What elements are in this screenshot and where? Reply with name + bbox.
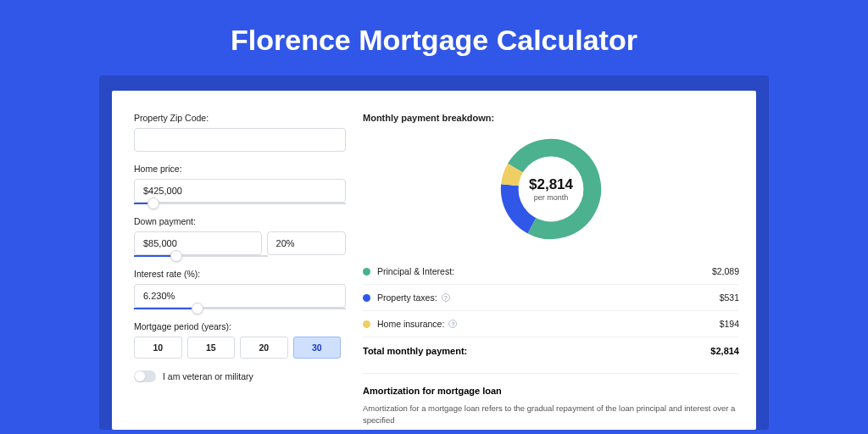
interest-slider[interactable] [134,308,346,309]
breakdown-line-item: Home insurance:?$194 [363,310,739,337]
down-payment-field: Down payment: [134,216,346,257]
donut-amount: $2,814 [529,176,573,193]
info-icon[interactable]: ? [442,293,450,302]
legend-dot [363,294,370,302]
zip-input[interactable] [134,128,346,152]
separator [363,373,739,374]
form-column: Property Zip Code: Home price: Down paym… [134,113,346,430]
donut-sub: per month [534,193,569,202]
interest-slider-thumb[interactable] [192,303,203,314]
veteran-toggle[interactable] [134,370,156,382]
home-price-slider-thumb[interactable] [147,198,159,209]
home-price-field: Home price: [134,164,346,204]
breakdown-line-item: Principal & Interest:$2,089 [363,259,739,284]
veteran-toggle-knob [135,371,145,381]
line-label-text: Property taxes: [377,292,437,303]
total-label: Total monthly payment: [363,346,710,356]
breakdown-column: Monthly payment breakdown: $2,814 per mo… [363,113,739,430]
down-payment-slider-thumb[interactable] [170,250,182,262]
total-row: Total monthly payment: $2,814 [363,337,739,364]
interest-field: Interest rate (%): [134,269,346,309]
line-value: $194 [720,319,739,329]
donut-wrap: $2,814 per month [363,135,739,243]
down-payment-slider[interactable] [134,255,268,257]
period-label: Mortgage period (years): [134,321,346,331]
amortization-title: Amortization for mortgage loan [363,386,739,396]
home-price-label: Home price: [134,164,346,174]
line-label-text: Home insurance: [377,319,444,329]
period-option-20[interactable]: 20 [240,337,288,359]
interest-input[interactable] [134,284,346,308]
zip-label: Property Zip Code: [134,113,346,123]
legend-dot [363,268,370,275]
donut-center: $2,814 per month [497,135,605,243]
down-payment-pct-input[interactable] [267,231,346,255]
total-value: $2,814 [710,346,739,356]
amortization-body: Amortization for a mortgage loan refers … [363,403,739,427]
page-title: Florence Mortgage Calculator [0,0,868,75]
amortization-block: Amortization for mortgage loan Amortizat… [363,386,739,427]
period-field: Mortgage period (years): 10152030 [134,321,346,359]
line-label: Principal & Interest: [377,266,712,276]
down-payment-amount-input[interactable] [134,231,262,255]
veteran-row: I am veteran or military [134,370,346,382]
interest-slider-fill [134,308,198,309]
breakdown-title: Monthly payment breakdown: [363,113,739,123]
veteran-label: I am veteran or military [163,371,253,381]
calculator-shadow: Property Zip Code: Home price: Down paym… [99,75,769,430]
period-option-15[interactable]: 15 [187,337,236,359]
line-label: Property taxes:? [377,292,720,303]
info-icon[interactable]: ? [448,320,457,328]
line-label: Home insurance:? [377,319,720,329]
breakdown-line-item: Property taxes:?$531 [363,284,739,310]
interest-label: Interest rate (%): [134,269,346,279]
zip-field: Property Zip Code: [134,113,346,152]
legend-dot [363,320,370,328]
down-payment-label: Down payment: [134,216,346,226]
line-label-text: Principal & Interest: [377,266,454,276]
calculator-card: Property Zip Code: Home price: Down paym… [112,91,756,430]
home-price-slider[interactable] [134,203,346,204]
home-price-input[interactable] [134,179,346,203]
line-value: $2,089 [712,266,739,276]
donut-chart: $2,814 per month [497,135,605,243]
line-value: $531 [720,292,739,303]
period-option-10[interactable]: 10 [134,337,182,359]
period-option-30[interactable]: 30 [293,337,342,359]
